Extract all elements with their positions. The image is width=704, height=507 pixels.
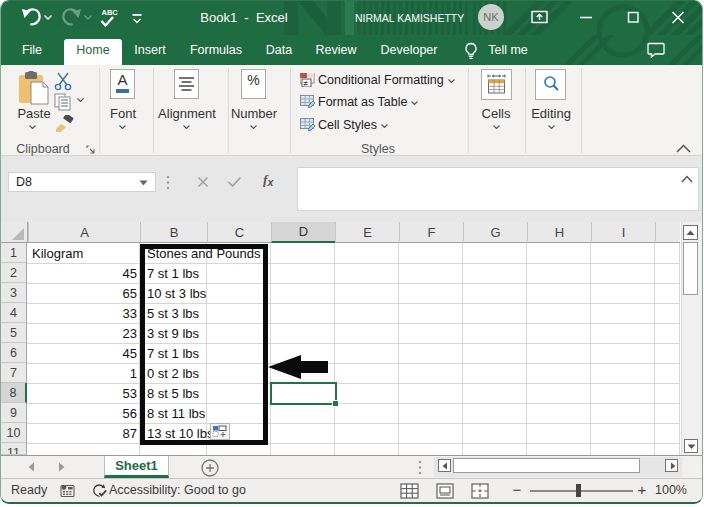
svg-text:ABC: ABC xyxy=(102,8,119,17)
svg-text:≠: ≠ xyxy=(304,79,309,87)
